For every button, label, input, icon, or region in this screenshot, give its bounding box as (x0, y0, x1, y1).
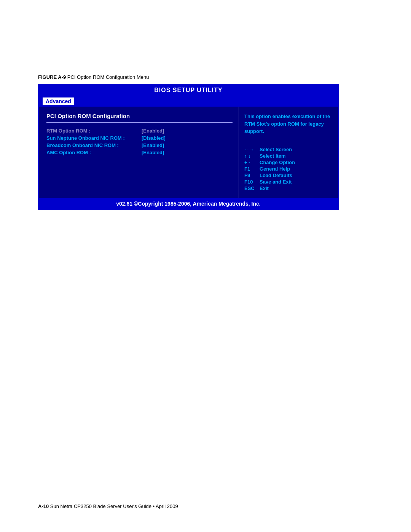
shortcut-key-f9: F9 (244, 173, 260, 178)
rom-value-sun: [Disabled] (142, 135, 166, 141)
rom-label-sun: Sun Neptune Onboard NIC ROM : (46, 135, 142, 141)
bios-footer: v02.61 ©Copyright 1985-2006, American Me… (39, 198, 338, 209)
rom-value-rtm: [Enabled] (142, 128, 164, 134)
shortcut-key-f1: F1 (244, 166, 260, 172)
shortcut-desc-select-item: Select Item (260, 153, 286, 159)
shortcut-desc-save-exit: Save and Exit (260, 179, 292, 185)
figure-label-bold: FIGURE A-9 (38, 74, 66, 80)
shortcut-row: F1 General Help (244, 166, 333, 172)
page-container: FIGURE A-9 PCI Option ROM Configuration … (0, 0, 411, 532)
shortcut-key-updown: ↑ ↓ (244, 153, 260, 159)
shortcut-key-esc: ESC (244, 185, 260, 191)
shortcut-row: ESC Exit (244, 185, 333, 191)
shortcut-desc-change-option: Change Option (260, 160, 295, 165)
table-row: Sun Neptune Onboard NIC ROM : [Disabled] (46, 135, 233, 141)
table-row: RTM Option ROM : [Enabled] (46, 128, 233, 134)
shortcut-desc-load-defaults: Load Defaults (260, 173, 292, 178)
bios-footer-text: v02.61 ©Copyright 1985-2006, American Me… (116, 201, 260, 207)
bios-header: BIOS SETUP UTILITY (39, 85, 338, 96)
bios-nav: Advanced (39, 96, 338, 107)
rom-value-broadcom: [Enabled] (142, 142, 164, 148)
section-divider (46, 122, 233, 123)
bios-right-panel: This option enables execution of the RTM… (239, 107, 338, 198)
bios-body: PCI Option ROM Configuration RTM Option … (39, 107, 338, 198)
table-row: AMC Option ROM : [Enabled] (46, 150, 233, 155)
shortcut-key-arrows: ←→ (244, 147, 260, 152)
bios-container: BIOS SETUP UTILITY Advanced PCI Option R… (38, 84, 339, 210)
shortcut-key-plusminus: + - (244, 160, 260, 165)
shortcut-row: F10 Save and Exit (244, 179, 333, 185)
shortcut-row: ←→ Select Screen (244, 147, 333, 152)
rom-label-broadcom: Broadcom Onboard NIC ROM : (46, 142, 142, 148)
bios-nav-advanced[interactable]: Advanced (43, 97, 74, 105)
figure-title: PCI Option ROM Configuration Menu (67, 74, 149, 80)
shortcut-row: + - Change Option (244, 160, 333, 165)
shortcut-desc-select-screen: Select Screen (260, 147, 292, 152)
shortcut-desc-exit: Exit (260, 185, 269, 191)
table-row: Broadcom Onboard NIC ROM : [Enabled] (46, 142, 233, 148)
shortcut-row: ↑ ↓ Select Item (244, 153, 333, 159)
section-title: PCI Option ROM Configuration (46, 113, 233, 119)
shortcut-row: F9 Load Defaults (244, 173, 333, 178)
page-footer: A-10 Sun Netra CP3250 Blade Server User'… (38, 503, 178, 509)
help-text: This option enables execution of the RTM… (244, 113, 333, 135)
rom-value-amc: [Enabled] (142, 150, 164, 155)
page-footer-label: A-10 (38, 503, 49, 509)
shortcut-key-f10: F10 (244, 179, 260, 185)
bios-header-text: BIOS SETUP UTILITY (154, 87, 223, 93)
shortcut-desc-general-help: General Help (260, 166, 290, 172)
page-footer-text: Sun Netra CP3250 Blade Server User's Gui… (50, 503, 178, 509)
figure-label: FIGURE A-9 PCI Option ROM Configuration … (38, 74, 149, 80)
shortcuts-panel: ←→ Select Screen ↑ ↓ Select Item + - Cha… (244, 147, 333, 191)
bios-left-panel: PCI Option ROM Configuration RTM Option … (39, 107, 239, 198)
rom-label-rtm: RTM Option ROM : (46, 128, 142, 134)
rom-label-amc: AMC Option ROM : (46, 150, 142, 155)
